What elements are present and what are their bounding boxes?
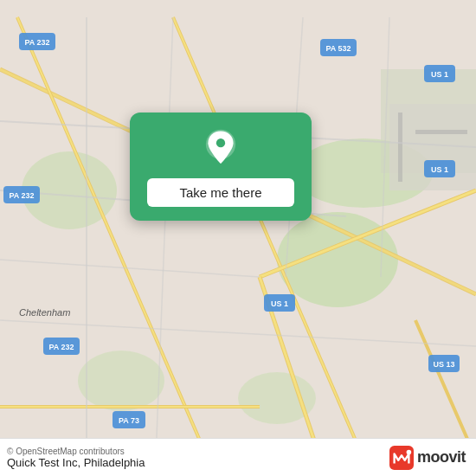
svg-text:US 1: US 1 xyxy=(431,70,448,79)
svg-text:PA 232: PA 232 xyxy=(48,343,74,351)
svg-point-52 xyxy=(216,138,225,147)
bottom-bar: © OpenStreetMap contributors Quick Test … xyxy=(0,438,476,476)
svg-rect-9 xyxy=(415,130,467,134)
map-container: PA 232 PA 232 PA 232 PA 532 US 1 US 1 US… xyxy=(0,0,476,476)
svg-text:PA 232: PA 232 xyxy=(24,38,49,47)
svg-text:PA 73: PA 73 xyxy=(119,416,139,425)
svg-point-5 xyxy=(78,351,164,411)
map-background: PA 232 PA 232 PA 232 PA 532 US 1 US 1 US… xyxy=(0,0,476,476)
svg-text:PA 532: PA 532 xyxy=(325,44,351,53)
svg-rect-53 xyxy=(389,446,414,470)
svg-text:US 1: US 1 xyxy=(431,165,448,174)
moovit-brand-icon xyxy=(389,446,414,470)
svg-text:US 1: US 1 xyxy=(271,299,288,308)
location-label: Quick Test Inc, Philadelphia xyxy=(7,456,145,469)
osm-attribution: © OpenStreetMap contributors xyxy=(7,447,145,456)
svg-text:US 13: US 13 xyxy=(433,360,454,369)
svg-text:Cheltenham: Cheltenham xyxy=(19,307,70,318)
location-pin-icon xyxy=(200,128,241,170)
svg-point-1 xyxy=(277,212,398,307)
bottom-left-info: © OpenStreetMap contributors Quick Test … xyxy=(7,447,145,469)
popup-card: Take me there xyxy=(130,113,312,221)
svg-rect-8 xyxy=(398,113,402,182)
moovit-wordmark: moovit xyxy=(417,448,466,466)
moovit-logo: moovit xyxy=(389,446,466,470)
svg-text:PA 232: PA 232 xyxy=(9,191,34,200)
svg-point-54 xyxy=(407,449,412,454)
take-me-there-button[interactable]: Take me there xyxy=(147,178,294,207)
